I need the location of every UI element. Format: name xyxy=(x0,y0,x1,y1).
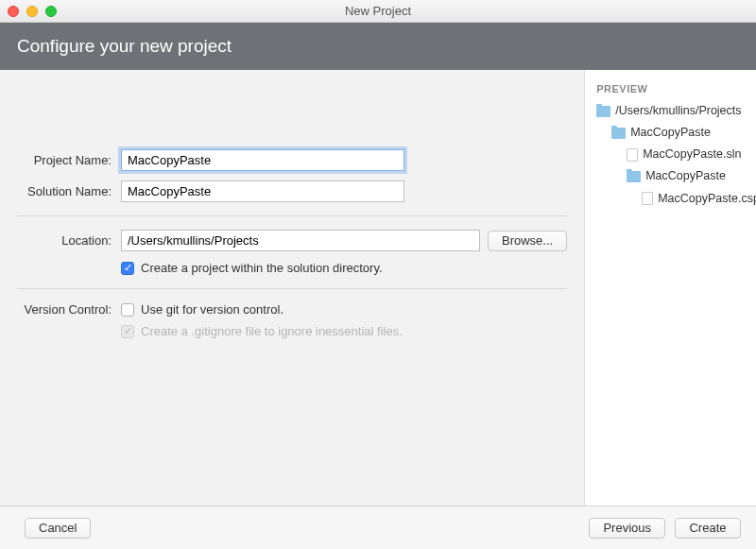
use-git-checkbox[interactable] xyxy=(121,303,134,317)
project-name-label: Project Name: xyxy=(17,153,121,167)
preview-panel: PREVIEW /Users/kmullins/Projects MacCopy… xyxy=(585,70,756,506)
tree-folder-root: /Users/kmullins/Projects xyxy=(596,100,756,122)
solution-name-input[interactable] xyxy=(121,180,404,202)
tree-label: MacCopyPaste.sln xyxy=(643,144,741,165)
tree-label: MacCopyPaste xyxy=(630,122,711,144)
cancel-button[interactable]: Cancel xyxy=(25,518,91,539)
page-header: Configure your new project xyxy=(0,23,756,70)
window-controls xyxy=(8,6,57,17)
footer: Cancel Previous Create xyxy=(0,506,756,549)
tree-label: /Users/kmullins/Projects xyxy=(615,100,741,122)
project-name-input[interactable] xyxy=(121,149,404,171)
file-icon xyxy=(627,148,638,162)
titlebar: New Project xyxy=(0,0,756,23)
preview-heading: PREVIEW xyxy=(596,83,756,94)
previous-button[interactable]: Previous xyxy=(589,518,665,539)
close-icon[interactable] xyxy=(8,6,19,17)
tree-label: MacCopyPaste.csproj xyxy=(658,188,756,210)
page-title: Configure your new project xyxy=(17,36,232,56)
folder-icon xyxy=(627,171,641,182)
folder-icon xyxy=(596,106,610,117)
use-git-label: Use git for version control. xyxy=(141,302,284,317)
gitignore-checkbox: ✓ xyxy=(121,325,134,338)
folder-icon xyxy=(611,128,626,139)
preview-tree: /Users/kmullins/Projects MacCopyPaste Ma… xyxy=(596,100,756,210)
tree-file-sln: MacCopyPaste.sln xyxy=(596,144,756,165)
create-in-solution-label: Create a project within the solution dir… xyxy=(141,261,383,275)
tree-file-csproj: MacCopyPaste.csproj xyxy=(596,188,756,210)
create-button[interactable]: Create xyxy=(675,518,741,539)
minimize-icon[interactable] xyxy=(26,6,38,17)
solution-name-label: Solution Name: xyxy=(17,184,121,198)
version-control-label: Version Control: xyxy=(17,302,121,317)
tree-folder-solution: MacCopyPaste xyxy=(596,122,756,144)
maximize-icon[interactable] xyxy=(45,6,57,17)
tree-label: MacCopyPaste xyxy=(645,165,726,187)
form-panel: Project Name: Solution Name: Location: B… xyxy=(0,70,585,506)
create-in-solution-checkbox[interactable]: ✓ xyxy=(121,262,134,275)
location-label: Location: xyxy=(17,233,121,248)
divider xyxy=(17,215,567,216)
file-icon xyxy=(642,192,653,205)
tree-folder-project: MacCopyPaste xyxy=(596,165,756,187)
browse-button[interactable]: Browse... xyxy=(488,231,567,251)
gitignore-label: Create a .gitignore file to ignore iness… xyxy=(141,324,403,338)
window-title: New Project xyxy=(0,4,756,18)
location-input[interactable] xyxy=(121,230,480,251)
divider xyxy=(17,288,567,289)
